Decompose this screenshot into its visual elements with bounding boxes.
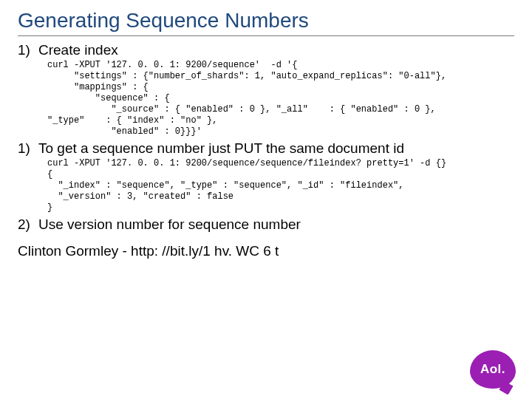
speech-bubble-icon: Aol.	[470, 350, 516, 389]
author-line: Clinton Gormley - http: //bit.ly/1 hv. W…	[18, 243, 514, 259]
list-item: 2) Use version number for sequence numbe…	[18, 216, 514, 233]
list-item: 1) To get a sequence number just PUT the…	[18, 140, 514, 157]
code-block-put-document: curl -XPUT '127. 0. 0. 1: 9200/sequence/…	[47, 158, 514, 214]
aol-logo: Aol.	[470, 350, 516, 389]
slide: Generating Sequence Numbers 1) Create in…	[0, 0, 532, 399]
logo-text: Aol.	[480, 363, 505, 375]
list-text: Use version number for sequence number	[38, 216, 514, 233]
list-text: To get a sequence number just PUT the sa…	[38, 140, 514, 157]
list-text: Create index	[38, 42, 514, 58]
list-number: 1)	[18, 140, 38, 157]
list-number: 2)	[18, 216, 38, 233]
list-number: 1)	[18, 42, 38, 58]
page-title: Generating Sequence Numbers	[18, 9, 514, 36]
list-item: 1) Create index	[18, 42, 514, 58]
code-block-create-index: curl -XPUT '127. 0. 0. 1: 9200/sequence'…	[47, 60, 514, 137]
